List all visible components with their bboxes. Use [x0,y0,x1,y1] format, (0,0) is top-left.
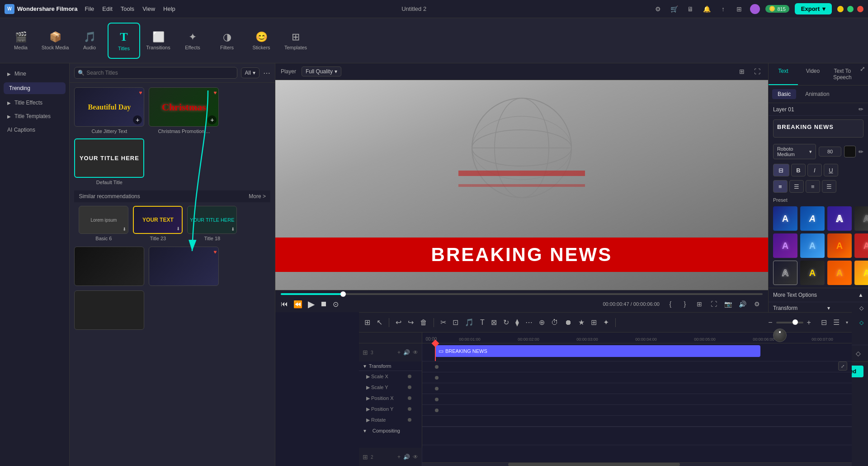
position-x-label[interactable]: ▶ Position X [366,395,402,401]
record-icon[interactable]: ⏺ [563,318,574,328]
close-button[interactable] [857,6,863,12]
export-button[interactable]: Export ▾ [795,3,832,14]
preset-item-6[interactable]: A [827,233,852,258]
color-edit-icon[interactable]: ✏ [859,148,863,155]
crop-icon[interactable]: ⊠ [489,317,499,328]
text-justify-btn[interactable]: ☰ [822,180,836,193]
add-btn-christmas[interactable]: + [208,115,217,124]
position-y-keyframe[interactable] [408,407,411,411]
sidebar-item-title-templates[interactable]: ▶ Title Templates [2,110,67,122]
snapshot-icon[interactable]: 📷 [723,299,734,309]
position-x-dot[interactable] [435,387,439,390]
group-icon[interactable]: ⧫ [514,317,521,328]
more-tl-icon[interactable]: ⋯ [524,317,534,328]
fit-icon[interactable]: ⛶ [708,299,719,309]
rec-card-title18[interactable]: YOUR TITLE HERE ⬇ Title 18 [187,206,237,241]
search-input[interactable] [74,67,237,79]
prev-frame-button[interactable]: ⏪ [293,300,302,309]
cut-icon[interactable]: ✂ [439,317,448,328]
tab-text[interactable]: Text [769,63,798,85]
rec-card-basic6[interactable]: Lorem ipsum ⬇ Basic 6 [79,206,128,241]
scroll-card-3[interactable] [74,290,144,330]
preset-item-11[interactable]: A [854,261,868,285]
settings2-icon[interactable]: ⚙ [752,299,763,309]
scroll-card-1[interactable] [74,247,144,286]
step-back-button[interactable]: ⏮ [281,300,288,308]
position-y-label[interactable]: ▶ Position Y [366,406,402,412]
sub-tab-basic[interactable]: Basic [772,89,796,99]
text-align-right-btn[interactable]: ≡ [806,180,820,193]
preset-item-10[interactable]: A [827,261,852,285]
underline-btn[interactable]: U [824,164,838,176]
title-clip[interactable]: ▭ BREAKING NEWS [435,345,760,357]
tab-video[interactable]: Video [798,63,827,85]
rec-card-title23[interactable]: YOUR TEXT ⬇ Title 23 [133,206,183,241]
scale-x-dot[interactable] [435,365,439,369]
notification-icon[interactable]: 🔔 [701,4,712,14]
tool-filters[interactable]: ◑ Filters [211,23,243,59]
ai-icon[interactable]: ✦ [601,317,611,328]
speed-icon[interactable]: ⏱ [549,318,560,328]
timeline-scrollbar[interactable] [422,462,852,466]
store-icon[interactable]: 🛒 [669,4,679,14]
transform-collapse[interactable]: ▼ Transform [359,361,422,371]
mark-in-icon[interactable]: { [665,299,676,309]
menu-help[interactable]: Help [163,5,175,12]
scale-keyframe-icon[interactable]: ◇ [853,348,863,359]
preset-item-7[interactable]: A [854,233,868,258]
list-tl-icon[interactable]: ☰ [831,317,841,328]
preset-item-3[interactable]: A [854,206,868,231]
scroll-card-2[interactable]: ♥ [149,247,219,286]
color-swatch[interactable] [844,146,856,157]
share-icon[interactable]: ↑ [717,4,728,14]
rotate-keyframe-icon[interactable]: ◇ [859,319,863,326]
tool-media[interactable]: 🎬 Media [5,23,37,59]
preset-item-9[interactable]: A [800,261,825,285]
italic-btn[interactable]: I [807,164,822,176]
tool-stickers[interactable]: 😊 Stickers [245,23,278,59]
tool-templates[interactable]: ⊞ Templates [279,23,312,59]
rotate-dot[interactable] [435,409,439,412]
menu-file[interactable]: File [85,5,94,12]
select-tool-icon[interactable]: ↖ [375,317,384,328]
menu-tools[interactable]: Tools [121,5,134,12]
add-btn-cute-jittery[interactable]: + [133,115,142,124]
transform-header[interactable]: Transform ▾ ◇ [773,305,863,311]
track1-eye-icon[interactable]: 👁 [413,349,418,356]
screen-icon[interactable]: 🖥 [685,4,696,14]
more-link[interactable]: More > [249,193,266,200]
progress-bar[interactable] [281,293,763,295]
track1-add-icon[interactable]: + [397,349,401,356]
filter-dropdown[interactable]: All ▾ [241,67,259,78]
align-center-btn[interactable]: ⊟ [773,164,789,176]
scale-y-label[interactable]: ▶ Scale Y [366,385,402,390]
more-options-icon[interactable]: ⋯ [263,69,270,77]
sidebar-item-trending[interactable]: Trending [4,82,66,94]
volume-icon[interactable]: 🔊 [737,299,748,309]
title-card-default[interactable]: YOUR TITLE HERE Default Title [74,138,144,185]
preset-item-5[interactable]: A [800,233,825,258]
expand-panel-icon[interactable]: ⤢ [857,63,868,74]
sidebar-item-ai-captions[interactable]: AI Captions [2,124,67,136]
sub-tab-animation[interactable]: Animation [800,89,835,99]
sidebar-item-title-effects[interactable]: ▶ Title Effects [2,97,67,109]
undo-icon[interactable]: ↩ [394,317,403,328]
position-x-keyframe[interactable] [408,396,411,400]
split-icon[interactable]: ⊕ [537,317,547,328]
minimize-button[interactable] [837,6,844,12]
user-avatar[interactable] [750,4,760,14]
tool-audio[interactable]: 🎵 Audio [73,23,106,59]
stop-button[interactable]: ⏹ [320,300,327,308]
effects-tl-icon[interactable]: ★ [576,317,586,328]
preset-item-8[interactable]: A [773,261,797,285]
rotate-keyframe[interactable] [408,418,411,422]
tool-titles[interactable]: T Titles [108,23,140,59]
insert-icon[interactable]: ⊞ [694,299,705,309]
title-card-christmas[interactable]: ♥ Christmas + Christmas Promotion ... [149,87,219,134]
add-track-icon[interactable]: ⊞ [363,317,372,328]
title-card-cute-jittery[interactable]: ♥ Beautiful Day + Cute Jittery Text [74,87,144,134]
preset-item-2[interactable]: A [827,206,852,231]
scale-y-keyframe[interactable] [408,385,411,389]
play-button[interactable]: ▶ [308,299,315,309]
fullscreen-icon[interactable]: ⛶ [752,66,763,77]
